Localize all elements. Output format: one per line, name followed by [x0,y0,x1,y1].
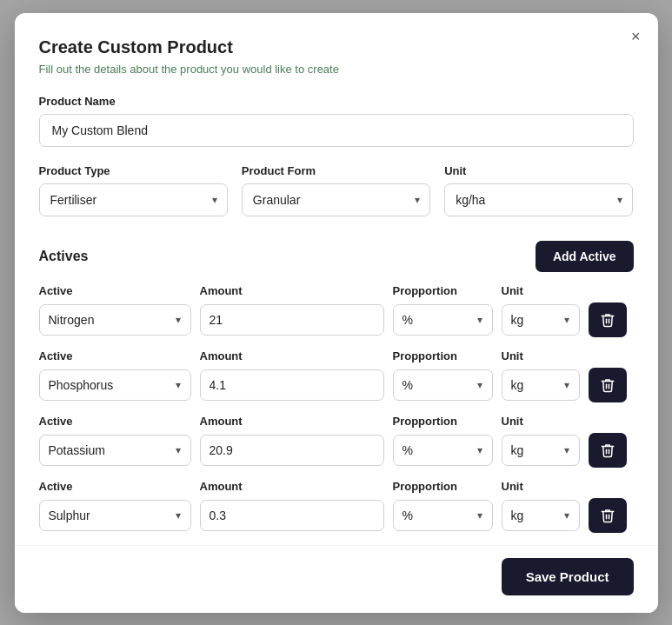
amount-col-label-2: Amount [200,349,384,362]
active-row-4: NitrogenPhosphorusPotassiumSulphur ▾ %pp… [39,498,634,533]
active-1-select-wrapper: NitrogenPhosphorusPotassiumSulphur ▾ [39,304,191,336]
active-row-1-labels: Active Amount Propportion Unit [39,284,634,297]
unit-col-label-2: Unit [502,349,580,362]
amount-2-input[interactable] [200,369,384,401]
active-col-label-4: Active [39,480,191,493]
trash-icon [600,508,615,523]
unit-3-select-wrapper: kggLmL ▾ [502,435,580,466]
amount-3-input[interactable] [200,435,384,466]
unit-label: Unit [444,164,633,177]
add-active-button[interactable]: Add Active [536,241,634,272]
modal-content: Create Custom Product Fill out the detai… [15,13,658,545]
active-row-3: NitrogenPhosphorusPotassiumSulphur ▾ %pp… [39,433,634,468]
active-2-select-wrapper: NitrogenPhosphorusPotassiumSulphur ▾ [39,369,191,401]
save-product-button[interactable]: Save Product [502,558,634,595]
unit-col-label-3: Unit [502,415,580,428]
active-1-select[interactable]: NitrogenPhosphorusPotassiumSulphur [39,304,191,336]
active-row-2-labels: Active Amount Propportion Unit [39,349,634,362]
unit-select[interactable]: kg/ha L/ha g/ha mL/ha [444,183,633,216]
active-row-1: NitrogenPhosphorusPotassiumSulphur ▾ %pp… [39,303,634,337]
active-row-3-labels: Active Amount Propportion Unit [39,415,634,428]
unit-col-label-1: Unit [502,284,580,297]
actives-header: Actives Add Active [39,241,634,272]
active-col-label-2: Active [39,349,191,362]
modal-overlay: × Create Custom Product Fill out the det… [0,0,672,625]
product-form-select-wrapper: Granular Liquid Powder Suspension ▾ [242,183,430,216]
product-name-input[interactable] [39,114,634,147]
amount-col-label-1: Amount [200,284,384,297]
active-col-label-1: Active [39,284,191,297]
active-4-select[interactable]: NitrogenPhosphorusPotassiumSulphur [39,500,191,531]
delete-2-button[interactable] [589,368,627,402]
modal-title: Create Custom Product [39,37,634,57]
amount-1-input[interactable] [200,304,384,336]
unit-field: Unit kg/ha L/ha g/ha mL/ha ▾ [444,164,633,216]
proportion-2-select-wrapper: %ppmg/L ▾ [393,369,493,401]
delete-3-button[interactable] [589,433,627,468]
active-3-select[interactable]: NitrogenPhosphorusPotassiumSulphur [39,435,191,466]
active-3-select-wrapper: NitrogenPhosphorusPotassiumSulphur ▾ [39,435,191,466]
unit-4-select[interactable]: kggLmL [502,500,580,531]
active-4-select-wrapper: NitrogenPhosphorusPotassiumSulphur ▾ [39,500,191,531]
amount-4-input[interactable] [200,500,384,531]
amount-col-label-3: Amount [200,415,384,428]
product-form-select[interactable]: Granular Liquid Powder Suspension [242,183,430,216]
active-col-label-3: Active [39,415,191,428]
proportion-3-select[interactable]: %ppmg/L [393,435,493,466]
modal-footer: Save Product [15,545,658,613]
proportion-col-label-4: Propportion [393,480,493,493]
proportion-2-select[interactable]: %ppmg/L [393,369,493,401]
proportion-col-label-2: Propportion [393,349,493,362]
active-row-4-labels: Active Amount Propportion Unit [39,480,634,493]
product-type-label: Product Type [39,164,228,177]
proportion-1-select[interactable]: %ppmg/L [393,304,493,336]
trash-icon [600,312,615,328]
trash-icon [600,377,615,393]
unit-1-select-wrapper: kggLmL ▾ [502,304,580,336]
unit-4-select-wrapper: kggLmL ▾ [502,500,580,531]
active-row-2: NitrogenPhosphorusPotassiumSulphur ▾ %pp… [39,368,634,402]
proportion-col-label-3: Propportion [393,415,493,428]
modal-subtitle: Fill out the details about the product y… [39,63,634,76]
trash-icon [600,442,615,458]
product-form-field: Product Form Granular Liquid Powder Susp… [242,164,430,216]
amount-col-label-4: Amount [200,480,384,493]
modal-dialog: × Create Custom Product Fill out the det… [15,13,658,613]
proportion-3-select-wrapper: %ppmg/L ▾ [393,435,493,466]
unit-select-wrapper: kg/ha L/ha g/ha mL/ha ▾ [444,183,633,216]
proportion-1-select-wrapper: %ppmg/L ▾ [393,304,493,336]
delete-1-button[interactable] [589,303,627,337]
proportion-4-select[interactable]: %ppmg/L [393,500,493,531]
product-name-field: Product Name [39,95,634,147]
product-type-select-wrapper: Fertiliser Pesticide Herbicide Fungicide… [39,183,228,216]
product-type-select[interactable]: Fertiliser Pesticide Herbicide Fungicide [39,183,228,216]
unit-3-select[interactable]: kggLmL [502,435,580,466]
delete-4-button[interactable] [589,498,627,533]
proportion-col-label-1: Propportion [393,284,493,297]
unit-2-select-wrapper: kggLmL ▾ [502,369,580,401]
active-2-select[interactable]: NitrogenPhosphorusPotassiumSulphur [39,369,191,401]
product-name-label: Product Name [39,95,634,108]
unit-2-select[interactable]: kggLmL [502,369,580,401]
product-type-field: Product Type Fertiliser Pesticide Herbic… [39,164,228,216]
proportion-4-select-wrapper: %ppmg/L ▾ [393,500,493,531]
product-form-label: Product Form [242,164,430,177]
close-button[interactable]: × [628,25,644,48]
product-meta-row: Product Type Fertiliser Pesticide Herbic… [39,164,634,216]
actives-title: Actives [39,249,89,264]
unit-1-select[interactable]: kggLmL [502,304,580,336]
unit-col-label-4: Unit [502,480,580,493]
